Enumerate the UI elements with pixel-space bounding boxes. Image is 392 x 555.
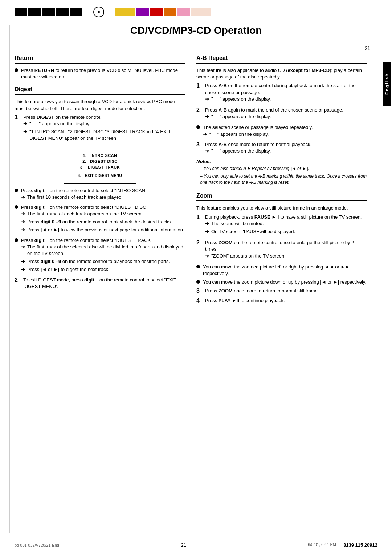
ab-notes: Notes: – You can also cancel A-B Repeat …: [196, 159, 367, 185]
digest-title: Digest: [15, 86, 185, 93]
bullet-icon-5: [196, 125, 200, 129]
menu-item-4: 4. EXIT DIGEST MENU: [72, 174, 129, 178]
ab-step3: 3 Press A-B once more to return to norma…: [196, 141, 367, 156]
ab-step-number-2: 2: [196, 107, 202, 113]
return-bullet: Press RETURN to return to the previous V…: [15, 67, 185, 80]
ab-step1-arrow-text: " " appears on the display.: [211, 96, 271, 102]
digest-bullet2-text: Press digit on the remote control to sel…: [21, 204, 185, 235]
digest-intro: This feature allows you to scan through …: [15, 98, 185, 112]
digest-bullet2-arrow2: ➜ Press digit 0 –9 on the remote control…: [21, 219, 185, 225]
ab-step1-arrow: ➜ " " appears on the display.: [205, 96, 367, 102]
digest-bullet2-arrow3-text: Press |◄ or ►| to view the previous or n…: [27, 227, 184, 233]
deco-bar-2: [28, 8, 41, 16]
digest-step1-content: Press DIGEST on the remote control. ➜ " …: [23, 114, 185, 143]
deco-bar-3: [42, 8, 55, 16]
return-section-header: Return: [15, 55, 185, 64]
zoom-step2: 2 Press ZOOM on the remote control once …: [196, 239, 367, 261]
zoom-step2-arrow-text: "ZOOM" appears on the TV screen.: [211, 253, 286, 259]
arrow-icon-4: ➜: [21, 211, 25, 217]
zoom-step1-arrow2-text: On TV screen, 'PAUSEwill be displayed.: [211, 228, 295, 235]
digest-step1-arrow1: ➜ " " appears on the display.: [23, 121, 185, 127]
digest-step1: 1 Press DIGEST on the remote control. ➜ …: [15, 114, 185, 143]
page-title: CD/VCD/MP3-CD Operation: [0, 25, 392, 36]
arrow-icon-10: ➜: [205, 96, 209, 102]
footer: pg 001-032/V720/21-Eng 21 6/5/01, 6:41 P…: [0, 539, 392, 548]
ab-step2: 2 Press A-B again to mark the end of the…: [196, 107, 367, 121]
zoom-step-number-2: 2: [196, 239, 202, 246]
zoom-bullet1-text: You can move the zoomed picture left or …: [203, 264, 367, 277]
arrow-icon-13: ➜: [205, 148, 209, 154]
ab-step1-content: Press A-B on the remote control during p…: [205, 82, 367, 104]
content-sidebar-wrapper: Return Press RETURN to return to the pre…: [0, 55, 392, 307]
bullet-icon: [15, 68, 18, 72]
digest-bullet3-arrow3: ➜ Press |◄ or ►| to digest the next trac…: [21, 266, 185, 273]
color-bar-light: [191, 8, 211, 16]
digest-bullet3-arrow1: ➜ The first track of the selected disc w…: [21, 244, 185, 257]
right-color-group: [115, 8, 211, 16]
digest-bullet3-arrow2: ➜ Press digit 0 –9 on the remote control…: [21, 258, 185, 265]
color-bar-red: [150, 8, 163, 16]
zoom-step4: 4 Press PLAY ►II to continue playback.: [196, 297, 367, 304]
bullet-icon-3: [15, 205, 18, 209]
digest-bullet3: Press digit on the remote control to sel…: [15, 237, 185, 275]
return-text: Press RETURN to return to the previous V…: [21, 67, 185, 80]
color-bar-yellow: [115, 8, 135, 16]
digest-bullet2-arrow1: ➜ The first frame of each track appears …: [21, 211, 185, 217]
arrow-icon-14: ➜: [205, 220, 209, 227]
step-number-2: 2: [15, 277, 20, 283]
ab-step2-content: Press A-B again to mark the end of the c…: [205, 107, 367, 121]
digest-bullet2-arrow2-text: Press digit 0 –9 on the remote control t…: [27, 219, 172, 225]
ab-step3-arrow-text: " " appears on the display.: [211, 148, 271, 154]
zoom-bullet2: You can move the zoom picture down or up…: [196, 279, 367, 285]
right-column: A-B Repeat This feature is also applicab…: [196, 55, 367, 307]
arrow-icon-11: ➜: [205, 113, 209, 120]
step-number-1: 1: [15, 114, 20, 121]
ab-bullet1-text: The selected scene or passage is played …: [203, 124, 367, 139]
ab-repeat-intro: This feature is also applicable to audio…: [196, 67, 367, 80]
page-number: 21: [364, 45, 370, 51]
arrow-icon-5: ➜: [21, 219, 25, 225]
page-number-area: 21: [0, 44, 392, 55]
left-color-group: [15, 7, 211, 17]
digest-step2: 2 To exit DIGEST mode, press digit on th…: [15, 277, 185, 290]
bullet-icon-2: [15, 189, 18, 192]
menu-item-3: 3. DIGEST TRACK: [72, 165, 129, 169]
right-sidebar: English: [382, 55, 392, 307]
ab-step2-arrow-text: " " appears on the display.: [211, 113, 271, 120]
ab-step1: 1 Press A-B on the remote control during…: [196, 82, 367, 104]
arrow-icon-7: ➜: [21, 244, 25, 250]
main-body: Return Press RETURN to return to the pre…: [0, 55, 382, 307]
digest-step2-content: To exit DIGEST mode, press digit on the …: [23, 277, 185, 290]
zoom-step3-content: Press ZOOM once more to return to normal…: [205, 288, 367, 294]
ab-repeat-title: A-B Repeat: [196, 55, 367, 61]
note-1: – You can also cancel A-B Repeat by pres…: [196, 166, 367, 172]
digest-bullet3-arrow1-text: The first track of the selected disc wil…: [27, 244, 185, 257]
zoom-step2-content: Press ZOOM on the remote control once to…: [205, 239, 367, 261]
page-title-area: CD/VCD/MP3-CD Operation: [0, 19, 392, 44]
digest-bullet1-text: Press digit on the remote control to sel…: [21, 187, 185, 202]
left-column: Return Press RETURN to return to the pre…: [15, 55, 185, 307]
menu-item-1: 1. INTRO SCAN: [72, 153, 129, 158]
digest-bullet2-arrow1-text: The first frame of each track appears on…: [27, 211, 143, 217]
footer-left: pg 001-032/V720/21-Eng: [15, 543, 59, 547]
english-label: English: [383, 62, 391, 106]
ab-step-number-3: 3: [196, 141, 202, 148]
menu-box: 1. INTRO SCAN 2. DIGEST DISC 3. DIGEST T…: [64, 147, 136, 184]
color-bar-orange: [164, 8, 176, 16]
zoom-step1-arrow2: ➜ On TV screen, 'PAUSEwill be displayed.: [205, 228, 367, 235]
note-2: – You can only able to set the A-B marki…: [196, 173, 367, 186]
zoom-step1-content: During playback, press PAUSE ►II to have…: [205, 214, 367, 237]
arrow-icon-9: ➜: [21, 266, 25, 273]
ab-step-number-1: 1: [196, 82, 202, 89]
bullet-icon-7: [196, 280, 200, 284]
arrow-icon: ➜: [23, 121, 27, 127]
digest-section-header: Digest: [15, 86, 185, 95]
digest-bullet1: Press digit on the remote control to sel…: [15, 187, 185, 202]
digest-bullet2: Press digit on the remote control to sel…: [15, 204, 185, 235]
color-bar-purple: [136, 8, 149, 16]
zoom-bullet1: You can move the zoomed picture left or …: [196, 264, 367, 277]
bullet-icon-4: [15, 238, 18, 242]
zoom-step1-arrow1: ➜ The sound will be muted.: [205, 220, 367, 227]
zoom-title: Zoom: [196, 193, 367, 199]
digest-bullet2-arrow3: ➜ Press |◄ or ►| to view the previous or…: [21, 227, 185, 233]
